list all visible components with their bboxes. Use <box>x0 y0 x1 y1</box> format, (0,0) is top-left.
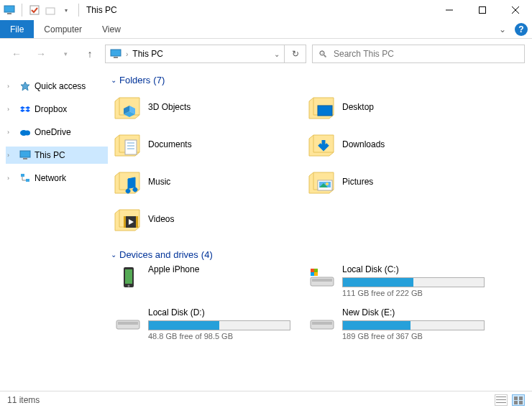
separator <box>22 4 22 17</box>
quick-access-toolbar: ▾ <box>3 4 82 17</box>
svg-rect-51 <box>118 322 138 325</box>
sidebar-item-label: OneDrive <box>35 127 71 137</box>
drive-local-c[interactable]: Local Disk (C:) 111 GB free of 222 GB <box>305 264 485 297</box>
drive-usage-bar <box>148 320 290 330</box>
svg-rect-41 <box>125 269 132 284</box>
svg-rect-46 <box>311 269 314 272</box>
refresh-button[interactable]: ↻ <box>285 45 306 63</box>
navigation-bar: ← → ▾ ↑ › This PC ⌄ ↻ 🔍︎ <box>0 39 532 69</box>
view-details-button[interactable] <box>495 394 508 406</box>
ribbon-expand-icon[interactable]: ⌄ <box>493 20 512 38</box>
svg-rect-38 <box>136 216 138 228</box>
svg-point-17 <box>24 131 30 136</box>
svg-marker-15 <box>25 109 30 112</box>
sidebar-item-dropbox[interactable]: › Dropbox <box>6 101 108 118</box>
folder-label: 3D Objects <box>148 102 191 112</box>
folder-label: Videos <box>148 214 174 224</box>
device-apple-iphone[interactable]: Apple iPhone <box>111 264 290 297</box>
svg-rect-20 <box>21 174 24 177</box>
drive-free-text: 111 GB free of 222 GB <box>342 289 485 297</box>
maximize-button[interactable] <box>466 0 499 20</box>
qat-dropdown-icon[interactable]: ▾ <box>60 4 73 17</box>
new-folder-icon[interactable] <box>44 4 57 17</box>
folder-documents[interactable]: Documents <box>111 127 290 162</box>
drive-free-text: 48.8 GB free of 98.5 GB <box>148 332 290 340</box>
sidebar-item-onedrive[interactable]: › OneDrive <box>6 124 108 141</box>
chevron-right-icon: › <box>126 50 128 58</box>
folder-pictures[interactable]: Pictures <box>305 164 485 199</box>
address-bar[interactable]: › This PC ⌄ <box>105 45 285 63</box>
svg-rect-9 <box>111 50 121 56</box>
svg-rect-6 <box>480 7 486 14</box>
help-button[interactable]: ? <box>515 23 528 36</box>
section-header-folders[interactable]: ⌄ Folders (7) <box>111 75 523 85</box>
section-header-drives[interactable]: ⌄ Devices and drives (4) <box>111 249 523 260</box>
sidebar-item-quick-access[interactable]: › Quick access <box>6 78 108 95</box>
desktop-icon <box>308 94 336 120</box>
sidebar-item-network[interactable]: › Network <box>6 170 108 187</box>
chevron-right-icon[interactable]: › <box>7 175 16 182</box>
folder-label: Pictures <box>342 177 373 187</box>
section-title: Folders <box>119 75 150 85</box>
properties-checkbox-icon[interactable] <box>28 4 41 17</box>
folder-downloads[interactable]: Downloads <box>305 127 485 162</box>
drive-free-text: 189 GB free of 367 GB <box>342 332 485 340</box>
svg-rect-19 <box>23 158 27 159</box>
chevron-right-icon[interactable]: › <box>7 129 16 136</box>
forward-button[interactable]: → <box>32 45 50 63</box>
sidebar-item-label: Network <box>35 173 66 183</box>
svg-rect-21 <box>26 179 29 182</box>
back-button[interactable]: ← <box>7 45 26 63</box>
folder-label: Desktop <box>342 102 374 112</box>
chevron-right-icon[interactable]: › <box>7 106 16 113</box>
svg-point-35 <box>326 182 329 185</box>
drive-label: Local Disk (D:) <box>148 307 290 317</box>
pictures-icon <box>308 169 336 195</box>
chevron-right-icon[interactable]: › <box>7 152 16 159</box>
svg-rect-49 <box>314 272 318 276</box>
svg-rect-18 <box>20 151 30 157</box>
drive-icon <box>308 264 336 290</box>
svg-rect-1 <box>7 13 12 14</box>
tab-view[interactable]: View <box>92 20 131 38</box>
status-bar: 11 items <box>0 391 532 408</box>
search-icon: 🔍︎ <box>318 49 328 60</box>
drive-icon <box>308 307 336 333</box>
drive-new-e[interactable]: New Disk (E:) 189 GB free of 367 GB <box>305 307 485 340</box>
ribbon-tabs: File Computer View ⌄ ? <box>0 20 532 39</box>
svg-point-42 <box>128 285 130 287</box>
search-input[interactable] <box>334 49 518 59</box>
address-text: This PC <box>132 49 163 59</box>
music-icon <box>114 169 142 195</box>
up-button[interactable]: ↑ <box>81 45 99 63</box>
close-button[interactable] <box>499 0 532 20</box>
pc-icon[interactable] <box>3 4 16 17</box>
minimize-button[interactable] <box>433 0 466 20</box>
svg-rect-44 <box>312 279 332 282</box>
folder-music[interactable]: Music <box>111 164 290 199</box>
tab-file[interactable]: File <box>0 20 34 38</box>
downloads-icon <box>308 131 336 157</box>
phone-icon <box>114 264 142 290</box>
view-tiles-button[interactable] <box>512 394 525 406</box>
folder-desktop[interactable]: Desktop <box>305 90 485 124</box>
drives-grid: Apple iPhone Local Disk (C:) 111 GB free… <box>111 264 523 340</box>
recent-locations-icon[interactable]: ▾ <box>56 45 75 63</box>
tab-computer[interactable]: Computer <box>34 20 92 38</box>
svg-rect-47 <box>314 269 318 272</box>
sidebar-item-label: Dropbox <box>35 104 67 114</box>
drive-usage-bar <box>342 277 485 287</box>
svg-marker-12 <box>20 106 25 109</box>
chevron-down-icon: ⌄ <box>111 251 116 259</box>
folder-label: Music <box>148 177 170 187</box>
address-dropdown-icon[interactable]: ⌄ <box>274 50 280 58</box>
svg-rect-48 <box>311 272 314 276</box>
drive-local-d[interactable]: Local Disk (D:) 48.8 GB free of 98.5 GB <box>111 307 290 340</box>
sidebar-item-this-pc[interactable]: › This PC <box>6 147 108 164</box>
chevron-right-icon[interactable]: › <box>7 83 16 90</box>
sidebar-item-label: This PC <box>35 150 65 160</box>
folder-3d-objects[interactable]: 3D Objects <box>111 90 290 124</box>
search-box[interactable]: 🔍︎ <box>312 45 525 63</box>
pc-icon <box>110 49 121 59</box>
folder-videos[interactable]: Videos <box>111 202 290 236</box>
